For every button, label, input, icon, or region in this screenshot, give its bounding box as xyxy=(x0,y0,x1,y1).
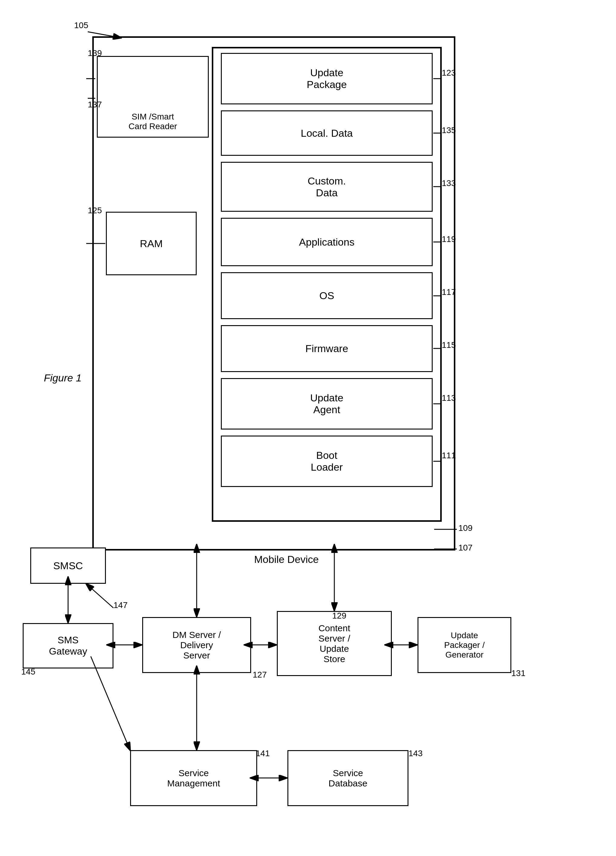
ref-125: 125 xyxy=(88,206,102,216)
svg-line-13 xyxy=(91,656,130,750)
content-server-box: Content Server / Update Store xyxy=(277,611,392,676)
sms-gateway-box: SMS Gateway xyxy=(23,623,114,668)
mobile-device-label: Mobile Device xyxy=(254,554,319,565)
ref-115: 115 xyxy=(442,340,456,350)
svg-line-14 xyxy=(86,584,114,608)
ref-141: 141 xyxy=(256,748,270,758)
sim-smart-card-reader-box: SIM /Smart Card Reader xyxy=(97,56,209,138)
ram-box: RAM xyxy=(106,212,197,275)
diagram: 105 Update Package Local. Data Custom. D… xyxy=(0,0,616,856)
ref-111: 111 xyxy=(442,451,456,460)
update-package-box: Update Package xyxy=(221,53,433,104)
update-agent-box: Update Agent xyxy=(221,378,433,430)
ref-131: 131 xyxy=(511,668,525,678)
ref-147: 147 xyxy=(114,600,128,610)
ref-133: 133 xyxy=(442,179,456,188)
ref-137: 137 xyxy=(88,100,102,109)
ref-119: 119 xyxy=(442,234,456,244)
ref-139: 139 xyxy=(88,48,102,58)
update-packager-box: Update Packager / Generator xyxy=(417,617,511,673)
ref-109: 109 xyxy=(458,523,473,533)
ref-143: 143 xyxy=(408,748,423,758)
service-database-box: Service Database xyxy=(287,750,408,806)
figure-label: Figure 1 xyxy=(44,372,82,384)
service-management-box: Service Management xyxy=(130,750,257,806)
local-data-box: Local. Data xyxy=(221,111,433,156)
ref-145: 145 xyxy=(21,667,35,677)
smsc-box: SMSC xyxy=(30,548,106,584)
ref-107: 107 xyxy=(458,543,473,553)
ref-113: 113 xyxy=(442,393,456,403)
dm-server-box: DM Server / Delivery Server xyxy=(142,617,251,673)
custom-data-box: Custom. Data xyxy=(221,162,433,212)
ref-123: 123 xyxy=(442,68,456,78)
firmware-box: Firmware xyxy=(221,325,433,372)
ref-117: 117 xyxy=(442,287,456,297)
boot-loader-box: Boot Loader xyxy=(221,436,433,487)
ref-127: 127 xyxy=(253,670,267,680)
ref-135: 135 xyxy=(442,126,456,135)
applications-box: Applications xyxy=(221,218,433,266)
ref-105: 105 xyxy=(74,20,88,30)
os-box: OS xyxy=(221,272,433,319)
ref-129: 129 xyxy=(332,611,346,621)
